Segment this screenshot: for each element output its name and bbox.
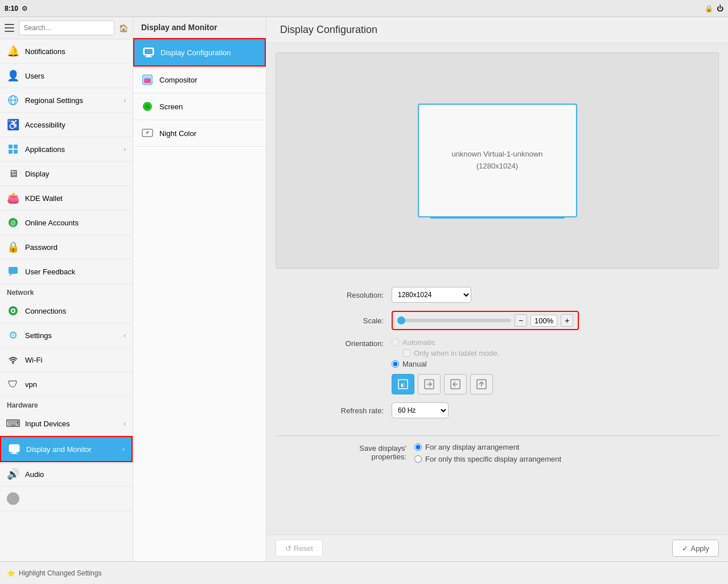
orientation-auto-row: Automatic: [392, 338, 499, 347]
refresh-label: Refresh rate:: [323, 406, 392, 415]
sidebar-extra-item[interactable]: [0, 487, 133, 511]
apply-icon: ✓: [682, 544, 688, 553]
orient-90-button[interactable]: [418, 374, 441, 394]
middle-item-display-config[interactable]: Display Configuration: [133, 38, 266, 67]
svg-rect-6: [14, 150, 18, 154]
svg-marker-10: [9, 274, 13, 276]
svg-rect-4: [14, 145, 18, 149]
middle-item-night-color[interactable]: Night Color: [133, 120, 266, 147]
sidebar-label-regional: Regional Settings: [25, 96, 118, 105]
resolution-control: 1280x1024 1920x1080 1024x768 800x600: [392, 287, 471, 303]
night-icon: [141, 127, 154, 139]
save-label: Save displays' properties:: [323, 443, 414, 461]
sidebar-item-wifi[interactable]: Wi-Fi: [0, 348, 133, 372]
orientation-icons: ◧: [392, 374, 499, 394]
home-button[interactable]: 🏠: [119, 21, 129, 35]
users-icon: 👤: [7, 69, 19, 82]
sidebar-header: 🏠: [0, 17, 133, 39]
scale-plus-button[interactable]: +: [561, 314, 573, 327]
svg-rect-20: [145, 56, 152, 57]
sidebar-item-kde-wallet[interactable]: 👛 KDE Wallet: [0, 186, 133, 211]
sidebar-item-vpn[interactable]: 🛡 vpn: [0, 372, 133, 397]
sidebar-item-notifications[interactable]: 🔔 Notifications: [0, 39, 133, 64]
bottom-bar: ⭐ Highlight Changed Settings: [0, 561, 728, 584]
save-specific-radio[interactable]: [414, 455, 422, 463]
chat-icon: [7, 265, 19, 278]
middle-panel-title: Display and Monitor: [133, 17, 266, 38]
svg-rect-23: [144, 79, 151, 83]
middle-item-compositor[interactable]: Compositor: [133, 67, 266, 93]
orient-270-button[interactable]: [470, 374, 493, 394]
monitor-name: unknown Virtual-1-unknown: [451, 150, 542, 158]
refresh-dropdown[interactable]: 60 Hz 75 Hz 120 Hz: [392, 402, 449, 418]
audio-icon: 🔊: [7, 468, 19, 480]
chevron-icon4: ›: [124, 420, 126, 427]
save-specific-label: For only this specific display arrangeme…: [425, 455, 561, 463]
sidebar-item-user-feedback[interactable]: User Feedback: [0, 260, 133, 284]
sidebar-item-display[interactable]: 🖥 Display: [0, 162, 133, 186]
orientation-tablet-checkbox[interactable]: [403, 349, 410, 357]
sidebar-label-notifications: Notifications: [25, 47, 126, 56]
monitor-info: unknown Virtual-1-unknown (1280x1024): [451, 149, 542, 172]
monitor-preview-box[interactable]: unknown Virtual-1-unknown (1280x1024): [418, 104, 577, 217]
orientation-label: Orientation:: [323, 338, 392, 348]
middle-panel: Display and Monitor Display Configuratio…: [133, 17, 266, 561]
sidebar-label-password: Password: [25, 243, 126, 252]
power-icon: ⏻: [717, 5, 723, 13]
sidebar-item-net-settings[interactable]: ⚙ Settings ›: [0, 323, 133, 348]
sidebar-item-display-monitor[interactable]: Display and Monitor ›: [0, 436, 133, 462]
gray-dot-icon: [7, 492, 19, 505]
orientation-manual-radio[interactable]: [392, 360, 399, 368]
svg-point-13: [12, 310, 14, 312]
keyboard-icon: ⌨: [7, 417, 19, 430]
save-section: Save displays' properties: For any displ…: [266, 436, 728, 480]
middle-item-screen[interactable]: Screen: [133, 93, 266, 120]
svg-rect-5: [9, 150, 13, 154]
sidebar-item-regional-settings[interactable]: Regional Settings ›: [0, 88, 133, 113]
reset-button[interactable]: ↺ Reset: [275, 540, 323, 557]
online-icon: @: [7, 216, 19, 229]
scale-minus-button[interactable]: −: [515, 314, 527, 327]
orientation-row: Orientation: Automatic Only when in tabl…: [323, 338, 682, 394]
search-input[interactable]: [19, 20, 114, 35]
sidebar-item-applications[interactable]: Applications ›: [0, 137, 133, 162]
svg-rect-15: [9, 445, 19, 452]
highlight-settings[interactable]: ⭐ Highlight Changed Settings: [7, 569, 101, 577]
svg-rect-16: [13, 452, 16, 453]
hamburger-button[interactable]: [5, 21, 14, 35]
shield-icon: 🛡: [7, 378, 19, 390]
orient-normal-button[interactable]: ◧: [392, 374, 414, 394]
orientation-options: Automatic Only when in tablet mode. Manu…: [392, 338, 499, 394]
orientation-auto-radio[interactable]: [392, 339, 399, 346]
sidebar-item-connections[interactable]: Connections: [0, 299, 133, 323]
sidebar-label-connections: Connections: [25, 307, 126, 315]
sidebar-item-input-devices[interactable]: ⌨ Input Devices ›: [0, 412, 133, 436]
gear-icon2: ⚙: [7, 329, 19, 342]
sidebar-label-wifi: Wi-Fi: [25, 356, 126, 364]
sidebar-label-users: Users: [25, 72, 126, 80]
content-title: Display Configuration: [266, 17, 728, 43]
sidebar-label-accessibility: Accessibility: [25, 121, 126, 129]
save-any-radio[interactable]: [414, 443, 422, 451]
sidebar-label-vpn: vpn: [25, 380, 126, 389]
star-icon: ⭐: [7, 569, 15, 577]
sidebar-item-accessibility[interactable]: ♿ Accessibility: [0, 113, 133, 137]
scale-slider[interactable]: [397, 319, 511, 322]
resolution-dropdown[interactable]: 1280x1024 1920x1080 1024x768 800x600: [392, 287, 471, 303]
accessibility-icon: ♿: [7, 118, 19, 131]
grid-icon: [7, 143, 19, 155]
content-bottom-bar: ↺ Reset ✓ Apply: [266, 534, 728, 561]
sidebar-item-password[interactable]: 🔒 Password: [0, 235, 133, 260]
middle-label-night: Night Color: [159, 129, 196, 138]
chevron-icon5: ›: [122, 446, 125, 453]
sidebar-item-users[interactable]: 👤 Users: [0, 64, 133, 88]
apply-button[interactable]: ✓ Apply: [672, 540, 719, 557]
scale-label: Scale:: [323, 316, 392, 325]
orient-180-button[interactable]: [444, 374, 467, 394]
sidebar-item-online-accounts[interactable]: @ Online Accounts: [0, 211, 133, 235]
sidebar-item-audio[interactable]: 🔊 Audio: [0, 462, 133, 487]
orientation-auto-label: Automatic: [402, 338, 435, 347]
svg-rect-17: [11, 453, 18, 454]
refresh-control: 60 Hz 75 Hz 120 Hz: [392, 402, 449, 418]
network-section-header: Network: [0, 284, 133, 299]
